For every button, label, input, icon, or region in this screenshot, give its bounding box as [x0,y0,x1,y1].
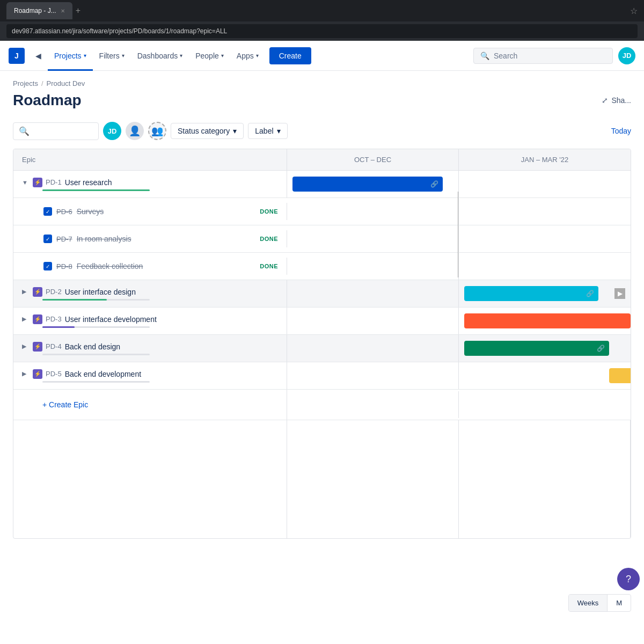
bottom-epic-col [13,420,287,538]
timeline-jan-pd3 [459,308,631,334]
share-button[interactable]: ⤢ Sha... [602,96,631,105]
help-button[interactable]: ? [617,568,640,590]
header-epic: Epic [13,149,287,170]
epic-icon-pd1: ⚡ [33,178,42,187]
chevron-down-icon: ▾ [122,53,125,58]
child-row-pd7: ✓ PD-7 In room analysis DONE [13,225,631,253]
breadcrumb: Projects / Product Dev [0,71,644,90]
timeline-jan-pd6 [459,198,631,225]
status-category-filter[interactable]: Status category ▾ [171,123,244,139]
nav-projects-label: Projects [54,52,82,60]
search-icon: 🔍 [19,126,30,136]
child-cell-pd7: ✓ PD-7 In room analysis DONE [13,230,287,247]
progress-fill-pd2 [42,299,107,301]
epic-icon-pd2: ⚡ [33,287,42,297]
help-icon: ? [626,574,631,585]
roadmap-header: Epic OCT – DEC JAN – MAR '22 [13,149,631,171]
epic-row-pd3: ▶ ⚡ PD-3 User interface development [13,308,631,335]
timeline-oct-pd1: 🔗 [287,171,459,197]
create-epic-row: + Create Epic [13,390,631,420]
epic-row-pd1: ▼ ⚡ PD-1 User research 🔗 [13,171,631,198]
label-filter[interactable]: Label ▾ [248,123,287,139]
create-epic-cell: + Create Epic [13,390,287,420]
header-jan-mar: JAN – MAR '22 [459,149,631,170]
bookmark-icon[interactable]: ☆ [630,6,638,16]
epic-icon-pd5: ⚡ [33,369,42,379]
progress-fill-pd3 [42,326,75,328]
search-box[interactable]: 🔍 Search [473,48,613,64]
expand-icon[interactable]: ▶ [22,370,30,377]
breadcrumb-projects[interactable]: Projects [13,79,38,87]
browser-chrome: Roadmap - J... ✕ + ☆ [0,0,644,21]
tab-close-icon[interactable]: ✕ [61,8,65,14]
expand-icon[interactable]: ▶ [22,343,30,350]
avatar-user[interactable]: 👤 [126,122,144,140]
nav-item-people[interactable]: People ▾ [189,41,230,71]
epic-cell-pd2: ▶ ⚡ PD-2 User interface design [13,280,287,307]
share-icon: ⤢ [602,96,608,105]
epic-cell-pd3: ▶ ⚡ PD-3 User interface development [13,308,287,334]
add-people-button[interactable]: 👥 [148,122,166,140]
expand-icon[interactable]: ▶ [22,316,30,323]
epic-row-pd4: ▶ ⚡ PD-4 Back end design 🔗 [13,335,631,362]
bottom-oct-col [287,420,459,538]
main-area: Projects / Product Dev Roadmap ⤢ Sha... … [0,71,644,644]
months-toggle-button[interactable]: M [608,595,631,611]
search-placeholder: Search [494,52,517,60]
epic-cell-pd1: ▼ ⚡ PD-1 User research [13,171,287,197]
time-toggle: Weeks M [568,594,631,612]
nav-dashboards-label: Dashboards [137,52,178,60]
chevron-down-icon: ▾ [84,53,86,58]
status-category-label: Status category [178,127,230,135]
avatar-jd[interactable]: JD [103,122,121,140]
checkbox-pd8: ✓ [43,262,52,270]
gantt-bar-pd3[interactable] [464,313,631,328]
timeline-jan-pd7 [459,225,631,252]
nav-item-filters[interactable]: Filters ▾ [93,41,131,71]
header-oct-dec: OCT – DEC [287,149,459,170]
link-icon: 🔗 [586,290,594,297]
nav-item-projects[interactable]: Projects ▾ [48,41,93,71]
chevron-down-icon: ▾ [233,127,237,135]
timeline-oct-create [287,391,459,418]
nav-apps-label: Apps [237,52,254,60]
timeline-jan-pd4: 🔗 [459,335,631,362]
progress-bar-pd4 [42,354,150,355]
nav-filters-label: Filters [99,52,120,60]
toolbar: 🔍 JD 👤 👥 Status category ▾ Label ▾ Today [0,118,644,149]
arrow-right-pd2: ▶ [614,288,625,299]
timeline-jan-pd2: 🔗 ▶ [459,280,631,307]
nav-item-apps[interactable]: Apps ▾ [230,41,265,71]
breadcrumb-separator: / [41,79,43,87]
tab-title: Roadmap - J... [14,7,56,14]
weeks-toggle-button[interactable]: Weeks [569,595,608,611]
gantt-bar-pd5-partial[interactable] [609,368,631,383]
expand-icon[interactable]: ▶ [22,288,30,295]
create-button[interactable]: Create [269,47,311,64]
progress-bar-pd2 [42,299,150,301]
nav-item-dashboards[interactable]: Dashboards ▾ [131,41,189,71]
breadcrumb-product-dev: Product Dev [47,79,85,87]
gantt-bar-pd1[interactable]: 🔗 [292,177,443,192]
link-icon: 🔗 [430,180,438,188]
address-bar [0,21,644,41]
epic-search-box[interactable]: 🔍 [13,122,99,140]
jira-logo: J [9,48,25,64]
user-avatar[interactable]: JD [618,47,635,64]
gantt-bar-pd2[interactable]: 🔗 [464,286,598,301]
url-input[interactable] [6,24,638,38]
progress-bar-pd5 [42,381,150,383]
today-button[interactable]: Today [611,127,631,135]
epic-cell-pd4: ▶ ⚡ PD-4 Back end design [13,335,287,362]
nav-item-back[interactable]: ◀ [29,41,48,71]
epic-icon-pd4: ⚡ [33,342,42,352]
gantt-bar-pd4[interactable]: 🔗 [464,341,609,356]
connector-vertical [458,192,459,277]
chevron-down-icon: ▾ [277,127,281,135]
new-tab-button[interactable]: + [76,6,80,16]
collapse-icon[interactable]: ▼ [22,179,30,186]
create-epic-button[interactable]: + Create Epic [22,395,278,414]
tab-area: Roadmap - J... ✕ + [6,2,80,19]
active-tab[interactable]: Roadmap - J... ✕ [6,2,72,19]
checkbox-pd6: ✓ [43,207,52,216]
